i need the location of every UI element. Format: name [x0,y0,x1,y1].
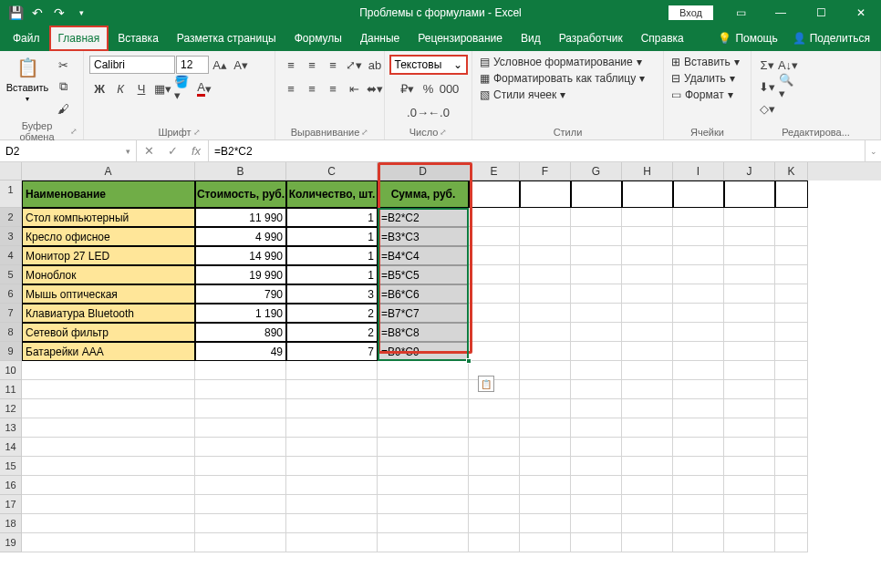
col-header-J[interactable]: J [724,162,775,181]
cell[interactable] [673,476,724,495]
cell[interactable] [571,380,622,399]
cancel-formula-icon[interactable]: ✕ [137,141,161,161]
row-header[interactable]: 4 [0,246,22,265]
cell[interactable] [622,361,673,380]
currency-icon[interactable]: ₽▾ [398,78,418,98]
cell[interactable] [622,380,673,399]
cell[interactable] [571,533,622,552]
cell[interactable]: 2 [286,323,378,342]
cell[interactable] [22,457,195,476]
format-painter-icon[interactable]: 🖌 [53,98,73,119]
cell[interactable]: 790 [195,284,286,304]
cell[interactable] [520,380,571,399]
row-header[interactable]: 1 [0,181,22,208]
cell[interactable] [775,438,808,457]
cell[interactable] [520,361,571,380]
delete-cells-button[interactable]: ⊟Удалить▾ [669,71,737,86]
row-header[interactable]: 5 [0,265,22,284]
cell[interactable] [378,438,469,457]
align-top-icon[interactable]: ≡ [281,55,301,75]
cell[interactable] [195,495,286,514]
col-header-K[interactable]: K [775,162,808,181]
conditional-formatting-button[interactable]: ▤Условное форматирование▾ [478,55,644,69]
cell[interactable] [22,361,195,380]
cell[interactable] [286,399,378,418]
cell[interactable] [622,227,673,246]
cell[interactable] [469,361,520,380]
cell-styles-button[interactable]: ▧Стили ячеек▾ [478,88,567,102]
cell[interactable] [622,514,673,533]
cell[interactable] [469,304,520,323]
percent-icon[interactable]: % [419,78,439,98]
cell[interactable] [673,227,724,246]
cell[interactable] [622,181,673,208]
col-header-F[interactable]: F [520,162,571,181]
fill-color-icon[interactable]: 🪣▾ [173,78,193,98]
cell[interactable] [469,495,520,514]
cell[interactable] [469,514,520,533]
cell[interactable] [724,304,775,323]
cell[interactable]: 1 [286,265,378,284]
row-header[interactable]: 8 [0,323,22,342]
cell[interactable] [571,457,622,476]
cell[interactable] [622,342,673,361]
cell[interactable] [469,476,520,495]
font-size-combo[interactable] [176,56,209,74]
tab-review[interactable]: Рецензирование [409,26,512,51]
col-header-G[interactable]: G [571,162,622,181]
font-color-icon[interactable]: A▾ [194,78,214,98]
cell[interactable] [520,227,571,246]
cell[interactable] [520,495,571,514]
row-header[interactable]: 10 [0,361,22,380]
comma-icon[interactable]: 000 [440,78,460,98]
cell[interactable]: 890 [195,323,286,342]
cell[interactable] [571,342,622,361]
tell-me-button[interactable]: 💡Помощь [710,26,784,51]
cell[interactable] [724,380,775,399]
cell[interactable] [22,380,195,399]
cell[interactable] [775,457,808,476]
login-button[interactable]: Вход [669,5,713,20]
sort-filter-icon[interactable]: A↓▾ [778,55,798,75]
col-header-B[interactable]: B [195,162,286,181]
number-format-combo[interactable]: Текстовы⌄ [389,55,468,75]
cell[interactable] [724,476,775,495]
cell[interactable] [469,399,520,418]
cell[interactable] [195,380,286,399]
cell[interactable] [724,284,775,304]
cell[interactable] [520,181,571,208]
cell[interactable] [724,418,775,438]
cell[interactable] [195,476,286,495]
name-box[interactable]: D2 [0,140,137,161]
align-right-icon[interactable]: ≡ [323,78,343,98]
paste-button[interactable]: 📋 Вставить▾ [5,55,49,103]
cell[interactable] [571,227,622,246]
cell[interactable] [195,533,286,552]
cell[interactable] [724,514,775,533]
cell[interactable] [520,284,571,304]
copy-icon[interactable]: ⧉ [53,77,73,97]
undo-icon[interactable]: ↶ [27,3,47,23]
close-icon[interactable]: ✕ [841,0,881,26]
col-header-E[interactable]: E [469,162,520,181]
cell[interactable] [673,380,724,399]
cell[interactable] [571,246,622,265]
fill-icon[interactable]: ⬇▾ [757,77,777,97]
cell[interactable] [22,533,195,552]
autosum-icon[interactable]: Σ▾ [757,55,777,75]
cell[interactable] [378,457,469,476]
cell[interactable]: =B3*C3 [378,227,469,246]
fill-handle[interactable] [466,358,472,364]
cell[interactable] [673,418,724,438]
cell[interactable]: Сумма, руб. [378,181,469,208]
cell[interactable] [571,284,622,304]
cell[interactable] [195,438,286,457]
tab-page-layout[interactable]: Разметка страницы [168,26,285,51]
cell[interactable] [520,208,571,227]
select-all-corner[interactable] [0,162,22,181]
cell[interactable] [673,284,724,304]
cell[interactable] [724,495,775,514]
increase-decimal-icon[interactable]: .0→ [408,102,428,122]
cell[interactable]: Стоимость, руб. [195,181,286,208]
cell[interactable] [673,438,724,457]
